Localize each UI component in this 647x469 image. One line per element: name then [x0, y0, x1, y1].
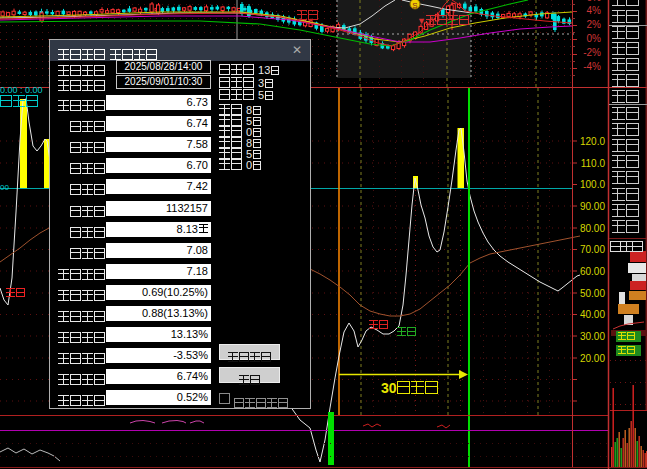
svg-text:S: S: [412, 1, 417, 10]
